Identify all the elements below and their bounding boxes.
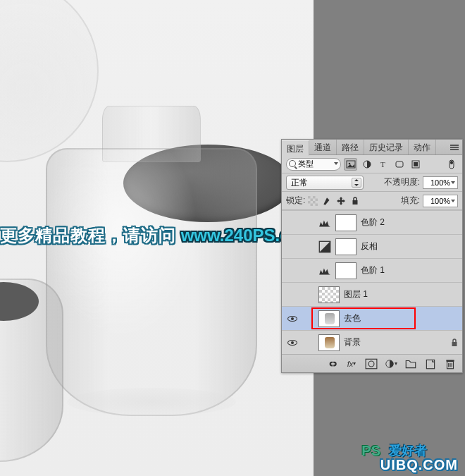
svg-point-1 bbox=[348, 162, 350, 164]
fill-input[interactable]: 100% bbox=[423, 195, 458, 207]
layer-row[interactable]: 背景 bbox=[282, 330, 462, 354]
opacity-value: 100% bbox=[430, 178, 450, 187]
eye-icon bbox=[287, 316, 297, 322]
layer-filter-select[interactable] bbox=[286, 158, 341, 171]
lock-transparency-button[interactable] bbox=[308, 196, 318, 206]
shape-filter-icon bbox=[395, 159, 404, 169]
layer-thumb[interactable] bbox=[318, 334, 340, 351]
levels-icon bbox=[318, 218, 331, 228]
filter-text-button[interactable]: T bbox=[376, 158, 390, 171]
panel-menu-icon bbox=[450, 145, 459, 150]
chevron-down-icon bbox=[451, 181, 455, 184]
lock-all-button[interactable] bbox=[350, 196, 360, 206]
filter-image-button[interactable] bbox=[344, 158, 357, 171]
visibility-toggle[interactable] bbox=[286, 336, 299, 349]
toggle-icon bbox=[447, 159, 457, 169]
layer-fx-icon: fx bbox=[347, 360, 354, 368]
fill-label: 填充: bbox=[401, 195, 420, 207]
new-adjustment-button[interactable]: ▾ bbox=[385, 358, 397, 370]
layer-thumb[interactable] bbox=[318, 286, 340, 303]
layer-fx-button[interactable]: fx▾ bbox=[345, 358, 358, 370]
layers-panel: 图层 通道 路径 历史记录 动作 T 正常 bbox=[281, 139, 463, 373]
blend-mode-select[interactable]: 正常 bbox=[286, 176, 364, 190]
new-layer-icon bbox=[424, 358, 437, 370]
layer-thumb[interactable] bbox=[318, 310, 340, 327]
watermark-ps: PS bbox=[361, 443, 380, 459]
layer-row[interactable]: 反相 bbox=[282, 234, 462, 258]
svg-rect-20 bbox=[446, 360, 454, 361]
add-mask-button[interactable] bbox=[365, 358, 378, 370]
tab-actions[interactable]: 动作 bbox=[409, 140, 436, 155]
watermark-url: UIBQ.COM bbox=[380, 457, 458, 473]
fill-value: 100% bbox=[430, 197, 450, 205]
text-filter-icon: T bbox=[378, 159, 388, 169]
link-layer-button[interactable] bbox=[326, 358, 338, 370]
lock-all-icon bbox=[352, 197, 359, 205]
layer-mask-thumb[interactable] bbox=[335, 238, 356, 255]
delete-layer-icon bbox=[444, 358, 457, 370]
app-stage: 更多精品教程，请访问 www.240PS.com PS 爱好者 UIBQ.COM… bbox=[0, 0, 465, 476]
layer-name[interactable]: 反相 bbox=[361, 240, 378, 252]
smart-filter-icon bbox=[411, 159, 421, 169]
filter-adjust-button[interactable] bbox=[360, 158, 373, 171]
lock-move-button[interactable] bbox=[336, 196, 346, 206]
lock-row: 锁定: 填充: 100% bbox=[282, 192, 462, 210]
filter-smart-button[interactable] bbox=[409, 158, 422, 171]
tab-channels[interactable]: 通道 bbox=[309, 140, 337, 155]
svg-rect-14 bbox=[452, 342, 457, 346]
visibility-toggle[interactable] bbox=[286, 216, 299, 229]
new-group-icon bbox=[404, 358, 417, 370]
svg-rect-6 bbox=[414, 162, 418, 166]
lock-transparency-icon bbox=[308, 196, 318, 206]
levels-icon bbox=[318, 266, 331, 276]
panel-menu-button[interactable] bbox=[447, 140, 462, 155]
layer-mask-thumb[interactable] bbox=[335, 262, 356, 279]
lock-paint-icon bbox=[322, 196, 332, 206]
visibility-toggle[interactable] bbox=[286, 240, 299, 253]
new-adjustment-icon bbox=[385, 359, 395, 369]
layer-row[interactable]: 去色 bbox=[282, 306, 462, 330]
tab-paths[interactable]: 路径 bbox=[337, 140, 364, 155]
layer-filter-row: T bbox=[282, 155, 462, 173]
filter-shape-button[interactable] bbox=[392, 158, 406, 171]
link-layer-icon bbox=[326, 358, 338, 370]
svg-rect-15 bbox=[366, 359, 377, 369]
visibility-toggle[interactable] bbox=[286, 264, 299, 277]
layer-name[interactable]: 背景 bbox=[344, 336, 361, 348]
layer-name[interactable]: 色阶 1 bbox=[361, 264, 385, 276]
layers-list: 色阶 2 反相 色阶 1 图 bbox=[282, 210, 462, 354]
layer-name[interactable]: 色阶 2 bbox=[361, 216, 385, 228]
opacity-label: 不透明度: bbox=[384, 176, 420, 188]
delete-layer-button[interactable] bbox=[444, 358, 457, 370]
lock-paint-button[interactable] bbox=[322, 196, 332, 206]
add-mask-icon bbox=[365, 358, 378, 370]
svg-rect-12 bbox=[353, 200, 358, 205]
layer-row[interactable]: 图层 1 bbox=[282, 282, 462, 306]
tab-history[interactable]: 历史记录 bbox=[364, 140, 409, 155]
panel-tabs: 图层 通道 路径 历史记录 动作 bbox=[282, 140, 462, 155]
layer-row[interactable]: 色阶 1 bbox=[282, 258, 462, 282]
new-layer-button[interactable] bbox=[424, 358, 437, 370]
lock-label: 锁定: bbox=[286, 195, 305, 207]
svg-rect-8 bbox=[450, 161, 453, 164]
svg-text:T: T bbox=[380, 160, 385, 169]
filter-toggle-switch[interactable] bbox=[445, 158, 458, 171]
stepper-icon bbox=[352, 178, 361, 188]
lock-icon bbox=[451, 338, 458, 347]
eye-icon bbox=[287, 340, 297, 346]
svg-point-16 bbox=[368, 361, 374, 367]
image-filter-icon bbox=[346, 159, 356, 169]
visibility-toggle[interactable] bbox=[286, 288, 299, 301]
layer-name[interactable]: 去色 bbox=[344, 312, 361, 324]
opacity-input[interactable]: 100% bbox=[423, 176, 458, 189]
tab-layers[interactable]: 图层 bbox=[282, 140, 309, 156]
visibility-toggle[interactable] bbox=[286, 312, 299, 325]
svg-rect-9 bbox=[308, 196, 318, 206]
svg-rect-4 bbox=[396, 161, 403, 167]
layer-mask-thumb[interactable] bbox=[335, 214, 356, 231]
layer-name[interactable]: 图层 1 bbox=[344, 288, 368, 300]
new-group-button[interactable] bbox=[404, 358, 417, 370]
chevron-down-icon bbox=[451, 200, 455, 202]
layer-row[interactable]: 色阶 2 bbox=[282, 210, 462, 234]
adjustment-filter-icon bbox=[362, 159, 372, 169]
